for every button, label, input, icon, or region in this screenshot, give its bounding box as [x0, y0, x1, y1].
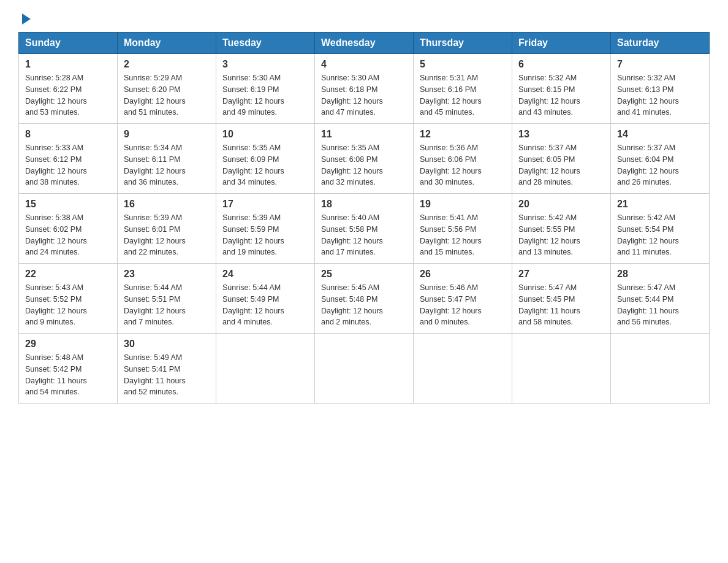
day-number: 17: [222, 199, 308, 210]
day-info: Sunrise: 5:32 AMSunset: 6:15 PMDaylight:…: [518, 72, 604, 118]
day-info: Sunrise: 5:39 AMSunset: 6:01 PMDaylight:…: [124, 212, 210, 258]
weekday-header-saturday: Saturday: [611, 33, 710, 54]
calendar-cell: 2Sunrise: 5:29 AMSunset: 6:20 PMDaylight…: [118, 54, 216, 124]
calendar-cell: [414, 334, 512, 404]
weekday-header-sunday: Sunday: [19, 33, 118, 54]
day-number: 16: [124, 199, 210, 210]
calendar-cell: 20Sunrise: 5:42 AMSunset: 5:55 PMDayligh…: [512, 194, 611, 264]
calendar-cell: 13Sunrise: 5:37 AMSunset: 6:05 PMDayligh…: [512, 124, 611, 194]
calendar-cell: 9Sunrise: 5:34 AMSunset: 6:11 PMDaylight…: [118, 124, 216, 194]
day-number: 2: [124, 59, 210, 70]
day-number: 21: [617, 199, 703, 210]
day-info: Sunrise: 5:37 AMSunset: 6:05 PMDaylight:…: [518, 142, 604, 188]
day-info: Sunrise: 5:32 AMSunset: 6:13 PMDaylight:…: [617, 72, 703, 118]
weekday-header-thursday: Thursday: [414, 33, 512, 54]
calendar-cell: 19Sunrise: 5:41 AMSunset: 5:56 PMDayligh…: [414, 194, 512, 264]
day-info: Sunrise: 5:42 AMSunset: 5:54 PMDaylight:…: [617, 212, 703, 258]
page-header: [18, 12, 710, 26]
day-number: 25: [321, 269, 407, 280]
day-number: 8: [25, 129, 111, 140]
calendar-cell: 22Sunrise: 5:43 AMSunset: 5:52 PMDayligh…: [19, 264, 118, 334]
calendar-cell: 15Sunrise: 5:38 AMSunset: 6:02 PMDayligh…: [19, 194, 118, 264]
day-number: 24: [222, 269, 308, 280]
day-info: Sunrise: 5:33 AMSunset: 6:12 PMDaylight:…: [25, 142, 111, 188]
day-info: Sunrise: 5:47 AMSunset: 5:44 PMDaylight:…: [617, 282, 703, 328]
day-info: Sunrise: 5:46 AMSunset: 5:47 PMDaylight:…: [420, 282, 506, 328]
week-row-4: 22Sunrise: 5:43 AMSunset: 5:52 PMDayligh…: [19, 264, 710, 334]
calendar-cell: 6Sunrise: 5:32 AMSunset: 6:15 PMDaylight…: [512, 54, 611, 124]
weekday-header-tuesday: Tuesday: [216, 33, 315, 54]
day-info: Sunrise: 5:44 AMSunset: 5:49 PMDaylight:…: [222, 282, 308, 328]
day-info: Sunrise: 5:31 AMSunset: 6:16 PMDaylight:…: [420, 72, 506, 118]
day-number: 19: [420, 199, 506, 210]
day-number: 20: [518, 199, 604, 210]
day-info: Sunrise: 5:45 AMSunset: 5:48 PMDaylight:…: [321, 282, 407, 328]
day-number: 22: [25, 269, 111, 280]
day-info: Sunrise: 5:35 AMSunset: 6:08 PMDaylight:…: [321, 142, 407, 188]
calendar-cell: 17Sunrise: 5:39 AMSunset: 5:59 PMDayligh…: [216, 194, 315, 264]
day-number: 15: [25, 199, 111, 210]
day-info: Sunrise: 5:43 AMSunset: 5:52 PMDaylight:…: [25, 282, 111, 328]
calendar-cell: 11Sunrise: 5:35 AMSunset: 6:08 PMDayligh…: [315, 124, 414, 194]
day-number: 29: [25, 339, 111, 350]
day-number: 26: [420, 269, 506, 280]
calendar-cell: 18Sunrise: 5:40 AMSunset: 5:58 PMDayligh…: [315, 194, 414, 264]
calendar-cell: [611, 334, 710, 404]
day-info: Sunrise: 5:36 AMSunset: 6:06 PMDaylight:…: [420, 142, 506, 188]
calendar-cell: 10Sunrise: 5:35 AMSunset: 6:09 PMDayligh…: [216, 124, 315, 194]
day-number: 11: [321, 129, 407, 140]
day-number: 7: [617, 59, 703, 70]
day-info: Sunrise: 5:30 AMSunset: 6:19 PMDaylight:…: [222, 72, 308, 118]
day-info: Sunrise: 5:42 AMSunset: 5:55 PMDaylight:…: [518, 212, 604, 258]
weekday-header-friday: Friday: [512, 33, 611, 54]
calendar-cell: 4Sunrise: 5:30 AMSunset: 6:18 PMDaylight…: [315, 54, 414, 124]
day-info: Sunrise: 5:38 AMSunset: 6:02 PMDaylight:…: [25, 212, 111, 258]
weekday-header-wednesday: Wednesday: [315, 33, 414, 54]
day-number: 4: [321, 59, 407, 70]
week-row-2: 8Sunrise: 5:33 AMSunset: 6:12 PMDaylight…: [19, 124, 710, 194]
day-number: 9: [124, 129, 210, 140]
day-number: 30: [124, 339, 210, 350]
day-info: Sunrise: 5:37 AMSunset: 6:04 PMDaylight:…: [617, 142, 703, 188]
calendar-cell: 1Sunrise: 5:28 AMSunset: 6:22 PMDaylight…: [19, 54, 118, 124]
day-info: Sunrise: 5:49 AMSunset: 5:41 PMDaylight:…: [124, 352, 210, 398]
week-row-3: 15Sunrise: 5:38 AMSunset: 6:02 PMDayligh…: [19, 194, 710, 264]
calendar-cell: 23Sunrise: 5:44 AMSunset: 5:51 PMDayligh…: [118, 264, 216, 334]
day-number: 10: [222, 129, 308, 140]
calendar-cell: 30Sunrise: 5:49 AMSunset: 5:41 PMDayligh…: [118, 334, 216, 404]
logo-arrow-icon: [20, 12, 33, 26]
logo: [18, 12, 33, 26]
day-number: 5: [420, 59, 506, 70]
svg-marker-0: [22, 13, 31, 25]
day-info: Sunrise: 5:30 AMSunset: 6:18 PMDaylight:…: [321, 72, 407, 118]
calendar-cell: 12Sunrise: 5:36 AMSunset: 6:06 PMDayligh…: [414, 124, 512, 194]
calendar-cell: 24Sunrise: 5:44 AMSunset: 5:49 PMDayligh…: [216, 264, 315, 334]
calendar-table: SundayMondayTuesdayWednesdayThursdayFrid…: [18, 32, 710, 404]
calendar-cell: 26Sunrise: 5:46 AMSunset: 5:47 PMDayligh…: [414, 264, 512, 334]
weekday-header-row: SundayMondayTuesdayWednesdayThursdayFrid…: [19, 33, 710, 54]
calendar-cell: 14Sunrise: 5:37 AMSunset: 6:04 PMDayligh…: [611, 124, 710, 194]
day-number: 18: [321, 199, 407, 210]
week-row-1: 1Sunrise: 5:28 AMSunset: 6:22 PMDaylight…: [19, 54, 710, 124]
calendar-cell: 8Sunrise: 5:33 AMSunset: 6:12 PMDaylight…: [19, 124, 118, 194]
calendar-cell: 7Sunrise: 5:32 AMSunset: 6:13 PMDaylight…: [611, 54, 710, 124]
calendar-cell: 21Sunrise: 5:42 AMSunset: 5:54 PMDayligh…: [611, 194, 710, 264]
day-number: 13: [518, 129, 604, 140]
day-info: Sunrise: 5:34 AMSunset: 6:11 PMDaylight:…: [124, 142, 210, 188]
calendar-cell: 28Sunrise: 5:47 AMSunset: 5:44 PMDayligh…: [611, 264, 710, 334]
day-info: Sunrise: 5:47 AMSunset: 5:45 PMDaylight:…: [518, 282, 604, 328]
day-info: Sunrise: 5:35 AMSunset: 6:09 PMDaylight:…: [222, 142, 308, 188]
calendar-cell: 29Sunrise: 5:48 AMSunset: 5:42 PMDayligh…: [19, 334, 118, 404]
calendar-cell: 27Sunrise: 5:47 AMSunset: 5:45 PMDayligh…: [512, 264, 611, 334]
day-info: Sunrise: 5:44 AMSunset: 5:51 PMDaylight:…: [124, 282, 210, 328]
day-info: Sunrise: 5:39 AMSunset: 5:59 PMDaylight:…: [222, 212, 308, 258]
calendar-cell: 16Sunrise: 5:39 AMSunset: 6:01 PMDayligh…: [118, 194, 216, 264]
day-number: 14: [617, 129, 703, 140]
day-info: Sunrise: 5:40 AMSunset: 5:58 PMDaylight:…: [321, 212, 407, 258]
day-info: Sunrise: 5:28 AMSunset: 6:22 PMDaylight:…: [25, 72, 111, 118]
day-number: 6: [518, 59, 604, 70]
calendar-cell: [512, 334, 611, 404]
day-info: Sunrise: 5:41 AMSunset: 5:56 PMDaylight:…: [420, 212, 506, 258]
calendar-cell: 5Sunrise: 5:31 AMSunset: 6:16 PMDaylight…: [414, 54, 512, 124]
calendar-cell: [216, 334, 315, 404]
